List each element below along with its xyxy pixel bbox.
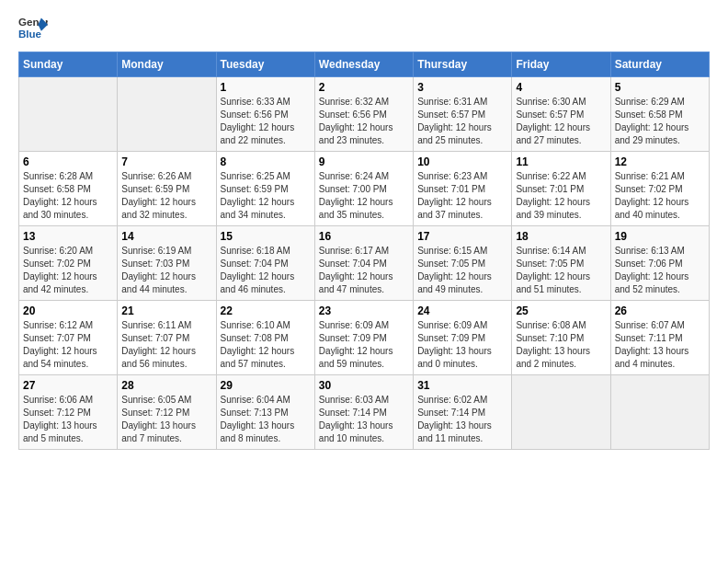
day-number: 2 bbox=[319, 81, 409, 94]
calendar-day-cell: 21Sunrise: 6:11 AM Sunset: 7:07 PM Dayli… bbox=[118, 301, 216, 375]
day-number: 15 bbox=[221, 230, 311, 243]
page-header: General Blue bbox=[18, 15, 710, 44]
day-info: Sunrise: 6:32 AM Sunset: 6:56 PM Dayligh… bbox=[319, 96, 409, 147]
calendar-day-cell: 25Sunrise: 6:08 AM Sunset: 7:10 PM Dayli… bbox=[512, 301, 610, 375]
day-info: Sunrise: 6:08 AM Sunset: 7:10 PM Dayligh… bbox=[516, 319, 606, 371]
day-info: Sunrise: 6:09 AM Sunset: 7:09 PM Dayligh… bbox=[319, 319, 409, 371]
day-info: Sunrise: 6:31 AM Sunset: 6:57 PM Dayligh… bbox=[417, 96, 507, 147]
day-number: 16 bbox=[319, 230, 409, 243]
calendar-day-cell: 8Sunrise: 6:25 AM Sunset: 6:59 PM Daylig… bbox=[216, 152, 314, 226]
day-number: 6 bbox=[23, 155, 113, 168]
calendar-day-cell: 2Sunrise: 6:32 AM Sunset: 6:56 PM Daylig… bbox=[314, 77, 413, 152]
logo-icon: General Blue bbox=[18, 15, 48, 44]
day-info: Sunrise: 6:21 AM Sunset: 7:02 PM Dayligh… bbox=[615, 170, 705, 222]
calendar-day-cell: 12Sunrise: 6:21 AM Sunset: 7:02 PM Dayli… bbox=[610, 152, 709, 226]
calendar-day-cell: 16Sunrise: 6:17 AM Sunset: 7:04 PM Dayli… bbox=[314, 226, 413, 301]
day-number: 14 bbox=[121, 230, 211, 243]
calendar-day-cell: 22Sunrise: 6:10 AM Sunset: 7:08 PM Dayli… bbox=[216, 301, 314, 375]
day-number: 13 bbox=[23, 230, 113, 243]
day-number: 26 bbox=[615, 304, 705, 317]
day-info: Sunrise: 6:06 AM Sunset: 7:12 PM Dayligh… bbox=[23, 394, 113, 445]
day-info: Sunrise: 6:13 AM Sunset: 7:06 PM Dayligh… bbox=[615, 245, 705, 296]
calendar-day-cell: 28Sunrise: 6:05 AM Sunset: 7:12 PM Dayli… bbox=[118, 375, 216, 450]
calendar-header-row: SundayMondayTuesdayWednesdayThursdayFrid… bbox=[19, 52, 710, 77]
calendar-day-cell bbox=[19, 77, 118, 152]
day-info: Sunrise: 6:12 AM Sunset: 7:07 PM Dayligh… bbox=[23, 319, 113, 371]
day-number: 3 bbox=[417, 81, 507, 94]
day-number: 17 bbox=[417, 230, 507, 243]
calendar-header-cell: Monday bbox=[118, 52, 216, 77]
calendar-week-row: 6Sunrise: 6:28 AM Sunset: 6:58 PM Daylig… bbox=[19, 152, 710, 226]
calendar-header-cell: Thursday bbox=[414, 52, 512, 77]
day-info: Sunrise: 6:02 AM Sunset: 7:14 PM Dayligh… bbox=[417, 394, 507, 445]
day-number: 19 bbox=[615, 230, 705, 243]
day-number: 11 bbox=[516, 155, 606, 168]
day-info: Sunrise: 6:22 AM Sunset: 7:01 PM Dayligh… bbox=[516, 170, 606, 222]
day-info: Sunrise: 6:05 AM Sunset: 7:12 PM Dayligh… bbox=[121, 394, 211, 445]
calendar-header-cell: Sunday bbox=[19, 52, 118, 77]
calendar-day-cell: 29Sunrise: 6:04 AM Sunset: 7:13 PM Dayli… bbox=[216, 375, 314, 450]
calendar-day-cell: 9Sunrise: 6:24 AM Sunset: 7:00 PM Daylig… bbox=[314, 152, 413, 226]
day-number: 5 bbox=[615, 81, 705, 94]
day-info: Sunrise: 6:30 AM Sunset: 6:57 PM Dayligh… bbox=[516, 96, 606, 147]
calendar-body: 1Sunrise: 6:33 AM Sunset: 6:56 PM Daylig… bbox=[19, 77, 710, 450]
calendar-day-cell: 20Sunrise: 6:12 AM Sunset: 7:07 PM Dayli… bbox=[19, 301, 118, 375]
day-info: Sunrise: 6:19 AM Sunset: 7:03 PM Dayligh… bbox=[121, 245, 211, 296]
calendar-day-cell: 13Sunrise: 6:20 AM Sunset: 7:02 PM Dayli… bbox=[19, 226, 118, 301]
day-number: 29 bbox=[221, 379, 311, 392]
calendar-header-cell: Tuesday bbox=[216, 52, 314, 77]
logo: General Blue bbox=[18, 15, 48, 44]
calendar-header-cell: Wednesday bbox=[314, 52, 413, 77]
calendar-day-cell: 18Sunrise: 6:14 AM Sunset: 7:05 PM Dayli… bbox=[512, 226, 610, 301]
calendar-day-cell: 4Sunrise: 6:30 AM Sunset: 6:57 PM Daylig… bbox=[512, 77, 610, 152]
calendar-day-cell: 10Sunrise: 6:23 AM Sunset: 7:01 PM Dayli… bbox=[414, 152, 512, 226]
day-info: Sunrise: 6:14 AM Sunset: 7:05 PM Dayligh… bbox=[516, 245, 606, 296]
day-info: Sunrise: 6:20 AM Sunset: 7:02 PM Dayligh… bbox=[23, 245, 113, 296]
day-number: 7 bbox=[121, 155, 211, 168]
day-info: Sunrise: 6:26 AM Sunset: 6:59 PM Dayligh… bbox=[121, 170, 211, 222]
calendar-day-cell: 24Sunrise: 6:09 AM Sunset: 7:09 PM Dayli… bbox=[414, 301, 512, 375]
calendar-week-row: 13Sunrise: 6:20 AM Sunset: 7:02 PM Dayli… bbox=[19, 226, 710, 301]
day-info: Sunrise: 6:03 AM Sunset: 7:14 PM Dayligh… bbox=[319, 394, 409, 445]
day-number: 9 bbox=[319, 155, 409, 168]
calendar-day-cell: 30Sunrise: 6:03 AM Sunset: 7:14 PM Dayli… bbox=[314, 375, 413, 450]
day-info: Sunrise: 6:07 AM Sunset: 7:11 PM Dayligh… bbox=[615, 319, 705, 371]
calendar-day-cell: 15Sunrise: 6:18 AM Sunset: 7:04 PM Dayli… bbox=[216, 226, 314, 301]
day-number: 27 bbox=[23, 379, 113, 392]
day-info: Sunrise: 6:28 AM Sunset: 6:58 PM Dayligh… bbox=[23, 170, 113, 222]
svg-text:Blue: Blue bbox=[18, 29, 42, 40]
day-number: 25 bbox=[516, 304, 606, 317]
day-number: 31 bbox=[417, 379, 507, 392]
day-info: Sunrise: 6:18 AM Sunset: 7:04 PM Dayligh… bbox=[221, 245, 311, 296]
day-info: Sunrise: 6:25 AM Sunset: 6:59 PM Dayligh… bbox=[221, 170, 311, 222]
day-number: 22 bbox=[221, 304, 311, 317]
day-number: 12 bbox=[615, 155, 705, 168]
day-info: Sunrise: 6:23 AM Sunset: 7:01 PM Dayligh… bbox=[417, 170, 507, 222]
day-info: Sunrise: 6:11 AM Sunset: 7:07 PM Dayligh… bbox=[121, 319, 211, 371]
day-number: 24 bbox=[417, 304, 507, 317]
calendar-day-cell: 6Sunrise: 6:28 AM Sunset: 6:58 PM Daylig… bbox=[19, 152, 118, 226]
calendar-day-cell: 17Sunrise: 6:15 AM Sunset: 7:05 PM Dayli… bbox=[414, 226, 512, 301]
day-number: 23 bbox=[319, 304, 409, 317]
day-number: 18 bbox=[516, 230, 606, 243]
day-number: 21 bbox=[121, 304, 211, 317]
day-number: 8 bbox=[221, 155, 311, 168]
calendar-day-cell bbox=[118, 77, 216, 152]
calendar-day-cell bbox=[512, 375, 610, 450]
calendar-day-cell: 14Sunrise: 6:19 AM Sunset: 7:03 PM Dayli… bbox=[118, 226, 216, 301]
calendar-day-cell: 31Sunrise: 6:02 AM Sunset: 7:14 PM Dayli… bbox=[414, 375, 512, 450]
day-info: Sunrise: 6:29 AM Sunset: 6:58 PM Dayligh… bbox=[615, 96, 705, 147]
calendar-header-cell: Friday bbox=[512, 52, 610, 77]
day-info: Sunrise: 6:17 AM Sunset: 7:04 PM Dayligh… bbox=[319, 245, 409, 296]
calendar-week-row: 20Sunrise: 6:12 AM Sunset: 7:07 PM Dayli… bbox=[19, 301, 710, 375]
day-number: 10 bbox=[417, 155, 507, 168]
day-number: 4 bbox=[516, 81, 606, 94]
calendar-day-cell: 1Sunrise: 6:33 AM Sunset: 6:56 PM Daylig… bbox=[216, 77, 314, 152]
calendar-day-cell: 26Sunrise: 6:07 AM Sunset: 7:11 PM Dayli… bbox=[610, 301, 709, 375]
calendar-week-row: 1Sunrise: 6:33 AM Sunset: 6:56 PM Daylig… bbox=[19, 77, 710, 152]
day-number: 28 bbox=[121, 379, 211, 392]
day-info: Sunrise: 6:24 AM Sunset: 7:00 PM Dayligh… bbox=[319, 170, 409, 222]
day-number: 20 bbox=[23, 304, 113, 317]
calendar-day-cell bbox=[610, 375, 709, 450]
day-info: Sunrise: 6:04 AM Sunset: 7:13 PM Dayligh… bbox=[221, 394, 311, 445]
